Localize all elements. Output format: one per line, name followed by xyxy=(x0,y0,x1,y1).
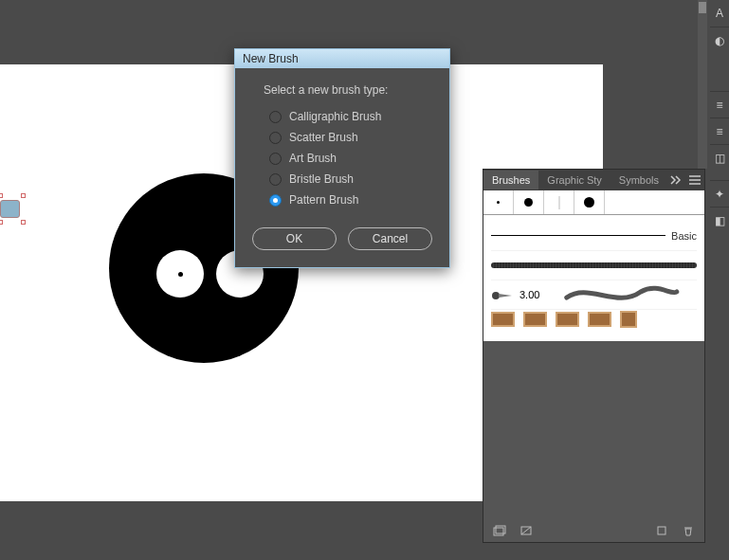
tab-symbols[interactable]: Symbols xyxy=(611,171,667,190)
svg-line-5 xyxy=(521,527,531,534)
dialog-prompt: Select a new brush type: xyxy=(264,83,430,97)
brushes-panel: Brushes Graphic Sty Symbols Basic xyxy=(483,169,705,543)
remove-stroke-icon[interactable] xyxy=(518,524,535,537)
delete-brush-icon[interactable] xyxy=(680,524,697,537)
radio-label: Pattern Brush xyxy=(289,193,358,207)
brush-swatches-row xyxy=(483,190,704,215)
selection-bounding-box[interactable] xyxy=(0,195,25,224)
brush-swatch-thin-line[interactable] xyxy=(544,190,574,214)
radio-icon xyxy=(269,153,282,165)
vertical-scrollbar[interactable] xyxy=(698,0,707,169)
svg-marker-1 xyxy=(499,294,512,298)
brush-charcoal[interactable] xyxy=(491,250,697,280)
panel-tabs: Brushes Graphic Sty Symbols xyxy=(483,170,704,190)
radio-icon xyxy=(269,111,282,123)
vector-dot[interactable] xyxy=(178,272,183,277)
panel-menu-icon[interactable] xyxy=(686,171,704,190)
brush-stroke-size: 3.00 xyxy=(519,289,539,300)
rail-tool-7[interactable]: ◧ xyxy=(710,207,729,233)
rail-tool-3[interactable]: ≡ xyxy=(710,91,729,117)
radio-scatter-brush[interactable]: Scatter Brush xyxy=(264,127,430,148)
cancel-button[interactable]: Cancel xyxy=(348,227,432,250)
svg-point-0 xyxy=(492,292,500,299)
brush-swatch-tiny-round[interactable] xyxy=(483,190,514,214)
radio-calligraphic-brush[interactable]: Calligraphic Brush xyxy=(264,106,430,127)
brush-basic-label: Basic xyxy=(665,230,697,242)
rail-tool-1[interactable]: A xyxy=(710,0,729,27)
radio-label: Art Brush xyxy=(289,152,337,165)
radio-art-brush[interactable]: Art Brush xyxy=(264,148,430,169)
rail-tool-2[interactable]: ◐ xyxy=(710,27,729,53)
rail-tool-6[interactable]: ✦ xyxy=(710,180,729,207)
brush-swatch-large-round[interactable] xyxy=(574,190,605,214)
ok-button[interactable]: OK xyxy=(252,227,337,250)
radio-label: Bristle Brush xyxy=(289,172,354,186)
radio-icon xyxy=(269,194,282,207)
tab-brushes[interactable]: Brushes xyxy=(483,171,538,190)
brush-tapered-stroke[interactable]: 3.00 xyxy=(491,280,697,309)
brush-pattern-border[interactable] xyxy=(491,309,697,328)
brush-basic[interactable]: Basic xyxy=(491,221,697,250)
dialog-title[interactable]: New Brush xyxy=(235,49,449,68)
new-brush-dialog: New Brush Select a new brush type: Calli… xyxy=(234,48,450,268)
svg-rect-6 xyxy=(658,527,665,534)
radio-icon xyxy=(269,132,282,144)
brush-tip-icon xyxy=(491,290,512,299)
new-brush-icon[interactable] xyxy=(653,524,670,537)
radio-bristle-brush[interactable]: Bristle Brush xyxy=(264,169,430,190)
scrollbar-thumb[interactable] xyxy=(699,2,706,13)
libraries-menu-icon[interactable] xyxy=(491,524,508,537)
brush-list: Basic 3.00 xyxy=(483,215,704,341)
radio-label: Scatter Brush xyxy=(289,131,358,144)
rail-tool-5[interactable]: ◫ xyxy=(710,144,729,171)
radio-icon xyxy=(269,173,282,186)
panel-footer xyxy=(483,519,704,542)
rail-tool-4[interactable]: ≡ xyxy=(710,117,729,144)
radio-label: Calligraphic Brush xyxy=(289,110,381,123)
collapse-panel-icon[interactable] xyxy=(667,171,685,190)
toolbar-rail: A ◐ ≡ ≡ ◫ ✦ ◧ xyxy=(710,0,729,560)
radio-pattern-brush[interactable]: Pattern Brush xyxy=(264,190,430,210)
brush-swatch-medium-round[interactable] xyxy=(514,190,544,214)
tab-graphic-styles[interactable]: Graphic Sty xyxy=(538,171,610,190)
brush-stroke-preview xyxy=(547,284,697,306)
